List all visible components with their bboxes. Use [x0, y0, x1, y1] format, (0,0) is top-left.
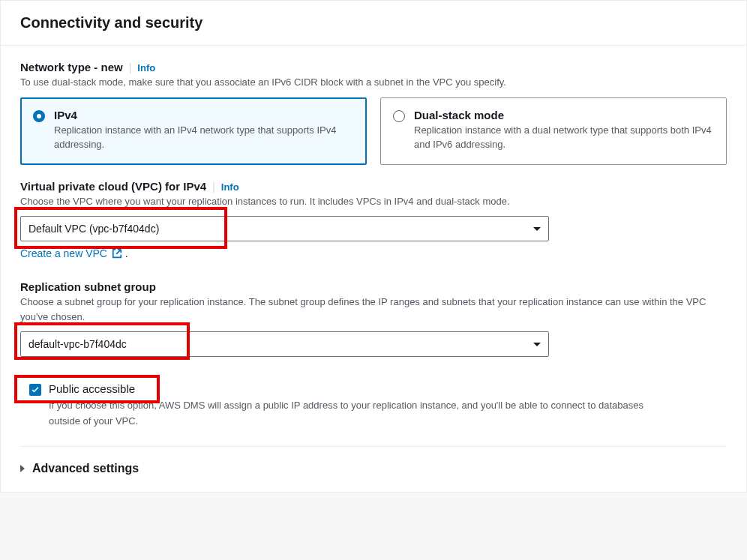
vpc-desc: Choose the VPC where you want your repli…	[20, 194, 727, 209]
caret-right-icon	[20, 465, 25, 472]
network-type-desc: To use dual-stack mode, make sure that y…	[20, 75, 727, 90]
public-accessible-desc: If you choose this option, AWS DMS will …	[49, 398, 664, 430]
network-type-tiles: IPv4 Replication instance with an IPv4 n…	[20, 97, 727, 165]
field-label-row: Replication subnet group	[20, 280, 727, 293]
subnet-desc: Choose a subnet group for your replicati…	[20, 295, 727, 324]
tile-title: IPv4	[54, 109, 354, 121]
public-accessible-field: Public accessible If you choose this opt…	[20, 382, 727, 430]
radio-selected-icon	[33, 110, 45, 122]
network-type-ipv4-tile[interactable]: IPv4 Replication instance with an IPv4 n…	[20, 97, 367, 165]
advanced-settings-label: Advanced settings	[32, 462, 139, 475]
chevron-down-icon	[533, 227, 541, 231]
check-icon	[32, 387, 39, 393]
vpc-info-link[interactable]: Info	[221, 181, 239, 193]
subnet-selected-value: default-vpc-b7f404dc	[28, 338, 127, 350]
public-accessible-checkbox[interactable]	[29, 384, 41, 396]
network-type-label: Network type - new	[20, 61, 123, 73]
tile-desc: Replication instance with an IPv4 networ…	[54, 123, 354, 152]
field-label-row: Virtual private cloud (VPC) for IPv4 | I…	[20, 180, 727, 193]
public-accessible-label: Public accessible	[49, 382, 727, 395]
vpc-field: Virtual private cloud (VPC) for IPv4 | I…	[20, 180, 727, 262]
tile-title: Dual-stack mode	[414, 109, 714, 121]
divider: |	[128, 61, 134, 73]
network-type-dualstack-tile[interactable]: Dual-stack mode Replication instance wit…	[380, 97, 727, 165]
create-vpc-link[interactable]: Create a new VPC	[20, 247, 125, 259]
create-vpc-row: Create a new VPC .	[20, 247, 727, 261]
subnet-select[interactable]: default-vpc-b7f404dc	[20, 331, 549, 357]
radio-unselected-icon	[393, 110, 405, 122]
panel-header: Connectivity and security	[1, 1, 746, 46]
panel-title: Connectivity and security	[20, 14, 727, 31]
divider: |	[211, 181, 217, 193]
field-label-row: Network type - new | Info	[20, 61, 727, 73]
chevron-down-icon	[533, 343, 541, 346]
vpc-selected-value: Default VPC (vpc-b7f404dc)	[28, 223, 159, 235]
tile-desc: Replication instance with a dual network…	[414, 123, 714, 152]
vpc-label: Virtual private cloud (VPC) for IPv4	[20, 180, 206, 193]
network-type-field: Network type - new | Info To use dual-st…	[20, 61, 727, 165]
public-accessible-row: Public accessible If you choose this opt…	[20, 382, 727, 430]
subnet-label: Replication subnet group	[20, 280, 156, 293]
advanced-settings-toggle[interactable]: Advanced settings	[20, 446, 727, 475]
connectivity-security-panel: Connectivity and security Network type -…	[0, 0, 747, 493]
external-link-icon	[112, 248, 122, 261]
vpc-select[interactable]: Default VPC (vpc-b7f404dc)	[20, 216, 549, 241]
subnet-field: Replication subnet group Choose a subnet…	[20, 280, 727, 357]
panel-body: Network type - new | Info To use dual-st…	[1, 46, 746, 492]
network-type-info-link[interactable]: Info	[137, 62, 155, 73]
